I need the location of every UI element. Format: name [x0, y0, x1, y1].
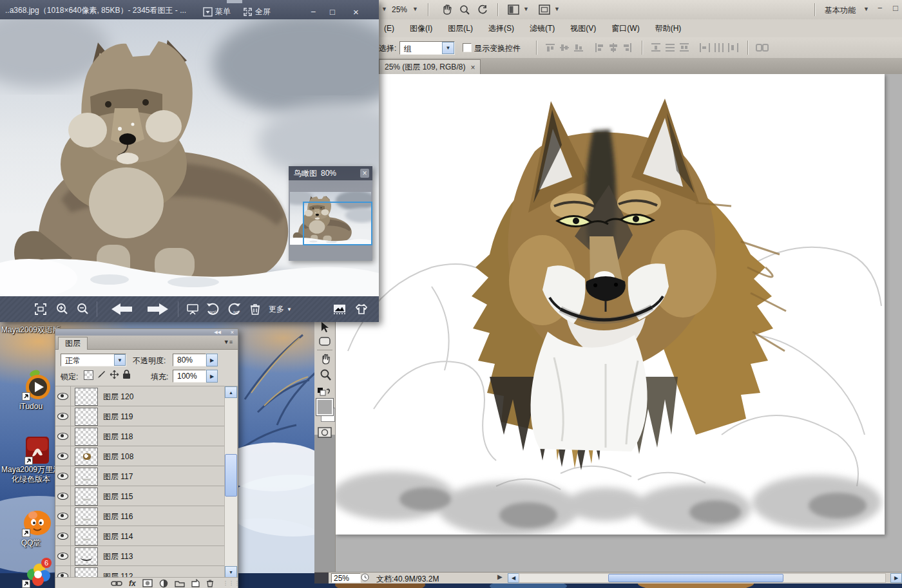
- layer-row[interactable]: 图层 112: [55, 566, 224, 578]
- zoom-tool-button[interactable]: [320, 369, 331, 382]
- link-layers-button[interactable]: [111, 580, 122, 587]
- viewer-menu-button[interactable]: 菜单: [203, 5, 231, 19]
- hand-tool-button[interactable]: [441, 4, 452, 15]
- viewer-title-bar[interactable]: ..a368.jpg（1018×640像素, 85KB）- 2345看图王 - …: [0, 0, 379, 19]
- lock-paint-button[interactable]: [97, 370, 106, 379]
- minimize-button[interactable]: −: [878, 4, 883, 12]
- layers-scroll-down[interactable]: ▼: [225, 566, 237, 578]
- delete-button[interactable]: [245, 300, 265, 318]
- layer-style-button[interactable]: fx: [129, 579, 136, 588]
- status-expand-arrow[interactable]: ▶: [497, 574, 503, 580]
- layer-thumbnail[interactable]: [75, 567, 98, 578]
- distribute-vertical-button[interactable]: [664, 42, 676, 53]
- visibility-toggle[interactable]: [55, 486, 71, 506]
- layer-thumbnail[interactable]: [75, 428, 98, 446]
- layer-row[interactable]: 图层 119: [55, 406, 224, 426]
- canvas-document[interactable]: [335, 74, 885, 535]
- zoom-tool-button[interactable]: [459, 4, 470, 15]
- layers-scroll-track[interactable]: ▲ ▼: [224, 386, 238, 578]
- slideshow-button[interactable]: [183, 300, 202, 318]
- layer-row[interactable]: 图层 118: [55, 426, 224, 446]
- visibility-toggle[interactable]: [55, 506, 71, 526]
- wallpaper-button[interactable]: [330, 300, 349, 318]
- layer-thumbnail[interactable]: [75, 408, 98, 426]
- zoom-out-button[interactable]: [73, 300, 93, 318]
- add-mask-button[interactable]: [142, 579, 153, 587]
- rotate-left-button[interactable]: 90°: [203, 300, 222, 318]
- arrange-documents-button[interactable]: [508, 4, 521, 15]
- hand-tool-button[interactable]: [319, 353, 332, 366]
- layer-row[interactable]: 图层 114: [55, 526, 224, 546]
- distribute-left-button[interactable]: [698, 42, 711, 53]
- layers-panel-minibar[interactable]: ◀◀ ×: [55, 329, 238, 336]
- layer-row[interactable]: 图层 117: [55, 466, 224, 486]
- hscroll-thumb[interactable]: [608, 574, 783, 582]
- zoom-in-button[interactable]: [53, 300, 72, 318]
- layer-row[interactable]: 图层 108: [55, 446, 224, 466]
- menu-filter[interactable]: 滤镜(T): [522, 19, 562, 37]
- hscroll-track[interactable]: [519, 573, 886, 583]
- show-transform-checkbox[interactable]: [463, 43, 472, 52]
- move-tool-button[interactable]: [319, 321, 331, 334]
- status-zoom-field[interactable]: 25%: [331, 573, 361, 583]
- desktop-icon-qqtang[interactable]: [22, 506, 53, 537]
- menu-select[interactable]: 选择(S): [481, 19, 522, 37]
- layer-row[interactable]: 图层 115: [55, 486, 224, 506]
- distribute-right-button[interactable]: [727, 42, 740, 53]
- skin-button[interactable]: [352, 300, 371, 318]
- visibility-toggle[interactable]: [55, 526, 71, 545]
- layer-thumbnail[interactable]: [75, 468, 98, 486]
- layer-thumbnail[interactable]: [75, 507, 98, 526]
- birdseye-header[interactable]: 鸟瞰图 80% ×: [289, 166, 372, 180]
- birdseye-view-rect[interactable]: [303, 202, 372, 245]
- visibility-toggle[interactable]: [55, 446, 71, 466]
- viewer-minimize-button[interactable]: −: [311, 5, 316, 19]
- birdseye-panel[interactable]: 鸟瞰图 80% ×: [289, 166, 372, 261]
- maximize-button[interactable]: □: [893, 4, 898, 12]
- visibility-toggle[interactable]: [55, 426, 71, 446]
- opacity-field[interactable]: 80%: [173, 354, 206, 366]
- fit-screen-button[interactable]: [31, 300, 50, 318]
- ps-zoom-level[interactable]: 25%: [392, 5, 407, 14]
- resize-grip[interactable]: ⋮⋮⋮: [223, 580, 240, 586]
- distribute-bottom-button[interactable]: [678, 42, 691, 53]
- select-arrow-button[interactable]: ▼: [442, 42, 454, 54]
- layer-thumbnail[interactable]: [75, 547, 98, 565]
- visibility-toggle[interactable]: [55, 566, 71, 578]
- new-layer-button[interactable]: [191, 579, 200, 587]
- new-group-button[interactable]: [175, 580, 185, 587]
- distribute-horizontal-button[interactable]: [713, 42, 725, 53]
- desktop-icon-label-maya-bilingual[interactable]: Maya2009双语版: [0, 325, 62, 335]
- more-button[interactable]: 更多 ▼: [263, 300, 298, 318]
- viewer-close-button[interactable]: ×: [353, 5, 359, 19]
- visibility-toggle[interactable]: [55, 466, 71, 486]
- visibility-toggle[interactable]: [55, 386, 71, 406]
- viewer-fullscreen-button[interactable]: 全屏: [243, 5, 271, 19]
- previous-image-button[interactable]: [107, 300, 137, 318]
- shape-tool-button[interactable]: [318, 336, 331, 347]
- chevron-down-icon[interactable]: ▼: [381, 6, 387, 12]
- layer-thumbnail[interactable]: [75, 388, 98, 406]
- panel-menu-icon[interactable]: ▼≡: [224, 339, 233, 345]
- chevron-down-icon[interactable]: ▼: [863, 6, 869, 12]
- align-bottom-edges-button[interactable]: [572, 42, 585, 53]
- viewer-maximize-button[interactable]: □: [330, 5, 335, 19]
- document-tab[interactable]: 25% (图层 109, RGB/8) ×: [379, 59, 481, 75]
- desktop-icon-maya-green[interactable]: [24, 435, 50, 465]
- align-vertical-centers-button[interactable]: [558, 42, 571, 53]
- menu-window[interactable]: 窗口(W): [604, 19, 647, 37]
- quick-mask-button[interactable]: [318, 427, 332, 439]
- workspace-switcher[interactable]: 基本功能: [825, 5, 856, 16]
- desktop-icon-label-itudou[interactable]: iTudou: [0, 402, 62, 412]
- opacity-arrow[interactable]: ▶: [206, 354, 218, 366]
- desktop-icon-label-qqtang[interactable]: QQ堂: [0, 538, 62, 548]
- layer-thumbnail[interactable]: [75, 448, 98, 466]
- foreground-color-swatch[interactable]: [316, 399, 333, 415]
- rotate-right-button[interactable]: 90°: [225, 300, 244, 318]
- layer-row[interactable]: 图层 113: [55, 546, 224, 566]
- layer-row[interactable]: 图层 120: [55, 386, 224, 406]
- align-horizontal-centers-button[interactable]: [607, 42, 620, 53]
- fill-arrow[interactable]: ▶: [206, 370, 218, 383]
- layer-thumbnail[interactable]: [75, 488, 98, 506]
- auto-align-layers-button[interactable]: [755, 42, 768, 53]
